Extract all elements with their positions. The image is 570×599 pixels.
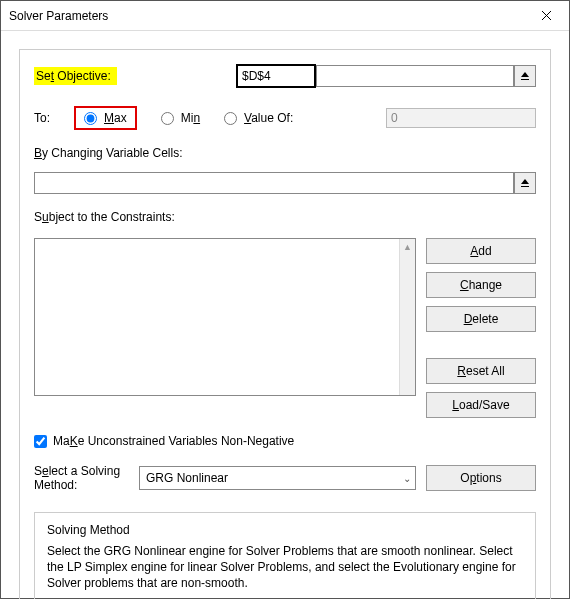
method-label: Select a Solving Method:: [34, 464, 129, 492]
radio-valueof[interactable]: Value Of:: [224, 111, 293, 125]
objective-cell-input-wrap: [236, 64, 316, 88]
collapse-up-icon: [520, 178, 530, 188]
options-button[interactable]: Options: [426, 465, 536, 491]
max-highlight: Max: [74, 106, 137, 130]
solver-dialog: Solver Parameters Set Objective:: [0, 0, 570, 599]
scroll-up-icon[interactable]: ▲: [400, 239, 415, 255]
non-negative-checkbox[interactable]: [34, 435, 47, 448]
solving-method-select[interactable]: GRG Nonlinear ⌄: [139, 466, 416, 490]
change-button[interactable]: Change: [426, 272, 536, 298]
non-negative-checkbox-row[interactable]: MaKe Unconstrained Variables Non-Negativ…: [34, 434, 536, 448]
to-row: To: Max Min Value Of: 0: [34, 106, 536, 130]
set-objective-label: Set Objective:: [34, 67, 117, 85]
inner-panel: Set Objective:: [19, 49, 551, 599]
constraints-label: Subject to the Constraints:: [34, 210, 536, 224]
svg-rect-3: [521, 186, 529, 187]
constraint-buttons: Add Change Delete Reset All Load/Save: [426, 238, 536, 418]
solving-method-desc-title: Solving Method: [47, 523, 523, 537]
objective-ref-extent[interactable]: [316, 65, 514, 87]
to-label: To:: [34, 111, 50, 125]
constraints-list[interactable]: ▲: [34, 238, 416, 396]
collapse-up-icon: [520, 71, 530, 81]
load-save-button[interactable]: Load/Save: [426, 392, 536, 418]
solving-method-desc-body: Select the GRG Nonlinear engine for Solv…: [47, 543, 523, 592]
solving-method-description: Solving Method Select the GRG Nonlinear …: [34, 512, 536, 599]
close-icon: [541, 10, 552, 21]
constraints-scrollbar[interactable]: ▲: [399, 239, 415, 395]
by-cells-row: [34, 172, 536, 194]
svg-rect-2: [521, 79, 529, 80]
objective-cell-input[interactable]: [238, 66, 314, 86]
radio-min[interactable]: Min: [161, 111, 200, 125]
by-cells-label: By Changing Variable Cells:: [34, 146, 536, 160]
titlebar: Solver Parameters: [1, 1, 569, 31]
valueof-input[interactable]: 0: [386, 108, 536, 128]
radio-max[interactable]: Max: [84, 111, 127, 125]
radio-max-input[interactable]: [84, 112, 97, 125]
delete-button[interactable]: Delete: [426, 306, 536, 332]
constraints-area: ▲ Add Change Delete Reset All: [34, 238, 536, 418]
add-button[interactable]: Add: [426, 238, 536, 264]
method-row: Select a Solving Method: GRG Nonlinear ⌄…: [34, 464, 536, 492]
window-title: Solver Parameters: [9, 9, 108, 23]
changing-cells-input[interactable]: [34, 172, 514, 194]
chevron-down-icon: ⌄: [403, 473, 411, 484]
radio-min-input[interactable]: [161, 112, 174, 125]
set-objective-row: Set Objective:: [34, 64, 536, 88]
changing-cells-collapse-button[interactable]: [514, 172, 536, 194]
radio-valueof-input[interactable]: [224, 112, 237, 125]
reset-all-button[interactable]: Reset All: [426, 358, 536, 384]
close-window-button[interactable]: [524, 1, 569, 31]
objective-collapse-button[interactable]: [514, 65, 536, 87]
solving-method-value: GRG Nonlinear: [146, 471, 228, 485]
dialog-content: Set Objective:: [1, 31, 569, 599]
